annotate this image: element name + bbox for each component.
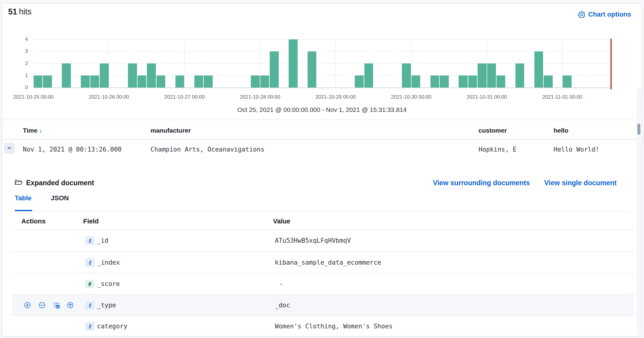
histogram-bar[interactable] [478, 63, 486, 88]
field-name: _id [97, 237, 108, 244]
number-type-icon: # [85, 280, 95, 288]
histogram-bar[interactable] [563, 75, 571, 88]
field-name: category [97, 323, 127, 330]
field-name: _score [97, 280, 120, 287]
column-header-hello[interactable]: hello [554, 127, 568, 134]
histogram-bar[interactable] [81, 75, 90, 88]
filter-exists-icon[interactable] [67, 302, 74, 309]
y-gridline [33, 39, 611, 40]
view-surrounding-documents-link[interactable]: View surrounding documents [433, 179, 530, 187]
tab-json[interactable]: JSON [51, 194, 69, 202]
toggle-column-icon[interactable] [53, 302, 60, 309]
histogram-bar[interactable] [355, 75, 363, 88]
chart-options-button[interactable]: Chart options [576, 10, 633, 19]
histogram-bar[interactable] [534, 51, 543, 88]
discover-panel: 51hits Chart options 01234 2021-10-25 00… [2, 3, 642, 336]
x-gridline [184, 39, 185, 88]
histogram-bar[interactable] [90, 75, 99, 88]
y-tick-label: 0 [2, 84, 28, 91]
chart-section-divider [2, 120, 642, 120]
histogram-bar[interactable] [270, 51, 278, 88]
histogram-bar[interactable] [43, 75, 52, 88]
field-value: Women's Clothing, Women's Shoes [275, 323, 393, 330]
y-gridline [33, 51, 611, 52]
histogram-bar[interactable] [459, 75, 467, 88]
histogram-bar[interactable] [402, 63, 411, 88]
histogram-bar[interactable] [138, 75, 146, 88]
x-tick-label: 2021-10-27 00:00 [164, 94, 205, 100]
histogram-bar[interactable] [308, 51, 316, 88]
string-type-icon: t [85, 258, 95, 267]
string-type-icon: t [85, 322, 95, 330]
histogram-bar[interactable] [440, 75, 448, 88]
column-header-time[interactable]: Time↓ [23, 127, 42, 134]
fields-header-value: Value [273, 217, 290, 225]
sort-desc-icon: ↓ [39, 127, 42, 134]
histogram-bar[interactable] [194, 75, 203, 88]
gear-icon [578, 11, 585, 18]
histogram-bar[interactable] [412, 75, 420, 88]
x-gridline [109, 39, 109, 88]
histogram-bar[interactable] [468, 75, 477, 88]
hits-label: hits [19, 7, 32, 16]
chevron-down-icon [7, 145, 12, 152]
histogram-bar[interactable] [204, 75, 212, 88]
histogram-bar[interactable] [364, 63, 373, 88]
string-type-icon: t [85, 301, 95, 309]
histogram-plot [33, 39, 611, 88]
histogram-bar[interactable] [487, 63, 496, 88]
histogram-bar[interactable] [251, 75, 260, 88]
field-row-category: t category Women's Clothing, Women's Sho… [12, 316, 634, 336]
fields-header-field: Field [83, 217, 99, 225]
y-tick-label: 2 [2, 60, 28, 67]
histogram-bar[interactable] [147, 63, 156, 88]
view-single-document-link[interactable]: View single document [544, 179, 617, 187]
y-tick-label: 3 [2, 48, 28, 55]
fields-header-actions: Actions [21, 217, 46, 225]
tabs-divider [15, 211, 630, 211]
histogram-bar[interactable] [260, 75, 269, 88]
field-value: ATu53HwB5xqLFqHVbmqV [275, 237, 351, 244]
histogram-bar[interactable] [515, 63, 524, 88]
hits-summary: 51hits [8, 7, 32, 17]
x-tick-label: 2021-10-25 00:00 [13, 94, 53, 100]
histogram-bar[interactable] [156, 75, 165, 88]
chart-options-label: Chart options [588, 11, 631, 18]
column-header-time-label: Time [23, 127, 38, 134]
histogram-bar[interactable] [175, 75, 184, 88]
scrollbar-thumb[interactable] [637, 124, 640, 135]
field-name: _type [97, 302, 116, 309]
histogram-bar[interactable] [497, 75, 505, 88]
histogram-bar[interactable] [100, 63, 108, 88]
x-tick-label: 2021-10-28 00:00 [240, 94, 280, 100]
expanded-document-title: Expanded document [26, 179, 94, 187]
tab-table[interactable]: Table [15, 194, 32, 202]
histogram-bar[interactable] [430, 75, 439, 88]
time-range-label: Oct 25, 2021 @ 00:00:00.000 - Nov 1, 202… [2, 106, 642, 113]
column-header-customer[interactable]: customer [478, 127, 507, 134]
histogram-bar[interactable] [34, 75, 42, 88]
filter-out-value-icon[interactable] [39, 302, 45, 309]
field-name: _index [97, 259, 120, 266]
y-gridline [33, 75, 611, 76]
histogram-bar[interactable] [128, 63, 137, 88]
x-gridline [335, 39, 336, 88]
field-value: - [279, 280, 283, 287]
field-row-index: t _index kibana_sample_data_ecommerce [12, 252, 634, 273]
field-row-type: t _type _doc [12, 295, 634, 316]
cell-time: Nov 1, 2021 @ 00:13:26.000 [23, 146, 122, 153]
folder-open-icon [14, 178, 23, 187]
filter-for-value-icon[interactable] [24, 302, 31, 309]
column-header-manufacturer[interactable]: manufacturer [150, 127, 191, 134]
cell-hello: Hello World! [554, 146, 599, 153]
histogram-bar[interactable] [289, 39, 297, 88]
histogram-bar[interactable] [62, 63, 71, 88]
string-type-icon: t [85, 236, 95, 245]
doc-table-header-divider [2, 139, 642, 140]
y-gridline [33, 63, 611, 64]
hits-count: 51 [8, 7, 17, 16]
x-tick-label: 2021-10-30 00:00 [391, 94, 431, 100]
field-value: _doc [275, 302, 290, 309]
histogram-bar[interactable] [544, 75, 552, 88]
collapse-row-button[interactable] [4, 143, 15, 154]
